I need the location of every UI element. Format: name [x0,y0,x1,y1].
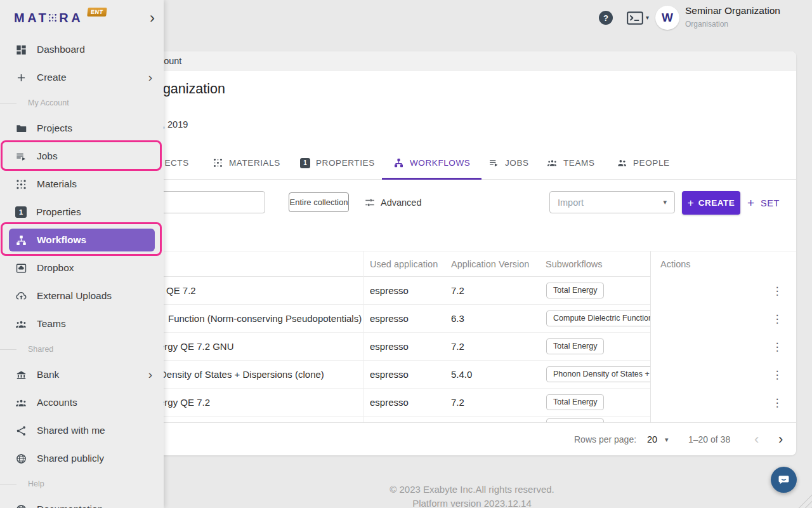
enterprise-badge: ENT [87,8,107,17]
chevron-right-icon: › [148,368,164,382]
jobs-icon [15,150,27,163]
import-select[interactable]: Import ▾ [549,191,675,213]
org-name: Seminar Organization [685,5,780,17]
account-menu[interactable]: Seminar Organization Organisation [685,5,780,29]
create-set-button[interactable]: + SET [747,191,780,215]
avatar[interactable]: W [655,6,679,30]
sidebar-item-accounts[interactable]: Accounts [0,389,164,417]
plus-icon: + [747,196,754,210]
sidebar-item-label: Shared publicly [37,453,104,464]
copyright-text: © 2023 Exabyte Inc.All rights reserved. [152,484,792,495]
sidebar-item-shared-publicly[interactable]: Shared publicly [0,444,164,472]
plus-icon: + [688,197,694,210]
row-actions-menu[interactable]: ⋮ [771,340,783,354]
properties-icon: 1 [300,158,310,168]
tab-materials[interactable]: MATERIALS [201,148,292,180]
sidebar-item-external-uploads[interactable]: External Uploads [0,282,164,310]
tab-label: PROPERTIES [316,158,375,168]
image-icon [15,262,27,274]
sidebar-item-workflows[interactable]: Workflows [9,229,155,251]
people-icon [617,157,627,168]
subworkflow-chip[interactable]: Total Energy [546,283,604,298]
sidebar-item-label: Bank [37,369,59,380]
tab-label: PEOPLE [633,158,670,168]
application-version: 5.4.0 [451,361,472,389]
sidebar-item-label: Accounts [37,397,77,408]
tab-properties[interactable]: 1PROPERTIES [289,148,386,180]
chat-icon [776,472,791,487]
sidebar-item-label: External Uploads [37,290,112,302]
mat3ra-logo[interactable]: MAT RA ENT [14,11,106,25]
row-actions-menu[interactable]: ⋮ [771,284,783,298]
create-button[interactable]: + CREATE [682,191,740,215]
tab-teams[interactable]: TEAMS [535,148,606,180]
tune-icon [364,197,376,208]
previous-page-button[interactable]: ‹ [754,423,759,455]
app-window: ? ▾ W Seminar Organization Organisation … [0,0,812,508]
sidebar-item-teams[interactable]: Teams [0,310,164,338]
advanced-filter-button[interactable]: Advanced [364,192,422,212]
sidebar-item-label: Workflows [37,234,86,246]
section-label: Help [28,479,44,488]
help-button[interactable]: ? [599,11,613,25]
sidebar-item-create[interactable]: Create› [0,64,164,91]
globe-icon [15,504,27,508]
row-actions-menu[interactable]: ⋮ [771,368,783,382]
sidebar-item-materials[interactable]: Materials [0,170,164,198]
sidebar-item-documentation[interactable]: Documentation [0,495,164,508]
sidebar: MAT RA ENT › DashboardCreate›My AccountP… [0,0,164,508]
advanced-label: Advanced [381,197,422,208]
tab-workflows[interactable]: WORKFLOWS [382,148,481,180]
sidebar-collapse-toggle[interactable]: › [150,10,155,25]
tab-people[interactable]: PEOPLE [605,148,681,180]
console-icon[interactable] [627,11,643,25]
subworkflow-cell: Total Energy [546,394,650,411]
tab-jobs[interactable]: JOBS [477,148,540,180]
help-icon: ? [603,13,608,23]
column-subworkflows: Subworkflows [546,251,602,277]
sidebar-item-label: Dropbox [37,262,74,274]
subworkflow-chip[interactable]: Compute Dielectric Function [546,311,650,326]
sidebar-item-properties[interactable]: 1Properties [0,198,164,226]
import-placeholder: Import [558,197,584,208]
tab-label: TEAMS [563,158,595,168]
workflow-name: Function (Norm-conserving Pseudopotentia… [168,305,362,333]
subworkflow-chip[interactable]: Total Energy [546,394,604,410]
sidebar-item-label: Jobs [37,150,58,162]
used-application: espresso [370,277,409,305]
chevron-down-icon: ▾ [663,198,667,206]
properties-badge: 1 [15,206,27,218]
row-actions-menu[interactable]: ⋮ [771,396,783,410]
sidebar-item-label: Documentation [37,504,103,508]
application-version: 7.2 [451,389,464,417]
next-page-button[interactable]: › [778,423,783,455]
application-version: 7.2 [451,333,464,361]
sidebar-item-dropbox[interactable]: Dropbox [0,254,164,282]
chat-launcher[interactable] [771,467,797,493]
used-application: espresso [370,389,409,417]
sidebar-item-projects[interactable]: Projects [0,114,164,142]
chevron-right-icon: › [148,70,164,84]
chevron-down-icon[interactable]: ▾ [665,423,669,455]
sidebar-nav: DashboardCreate›My AccountProjectsJobsMa… [0,36,164,508]
section-label: My Account [28,98,69,107]
sidebar-item-bank[interactable]: Bank› [0,361,164,389]
sidebar-item-jobs[interactable]: Jobs [0,142,164,170]
subworkflow-chip[interactable]: Total Energy [546,338,604,354]
subworkflow-cell: Total Energy [546,283,650,299]
used-application: espresso [370,361,409,389]
sidebar-item-dashboard[interactable]: Dashboard [0,36,164,64]
teams-icon [15,397,27,409]
subworkflow-chip[interactable]: Phonon Density of States + Dispersions [546,366,650,382]
entire-collection-button[interactable]: Entire collection [289,192,349,212]
sidebar-header: MAT RA ENT › [0,0,164,36]
properties-badge: 1 [300,158,310,168]
row-actions-menu[interactable]: ⋮ [771,312,783,326]
avatar-letter: W [662,11,673,25]
sidebar-item-shared-with-me[interactable]: Shared with me [0,417,164,444]
teams-icon [15,318,27,330]
console-caret-icon[interactable]: ▾ [646,14,649,21]
folder-icon [15,123,27,135]
rows-per-page-select[interactable]: 20 [647,423,657,455]
actions-column: Actions ⋮⋮⋮⋮⋮ [650,251,796,422]
